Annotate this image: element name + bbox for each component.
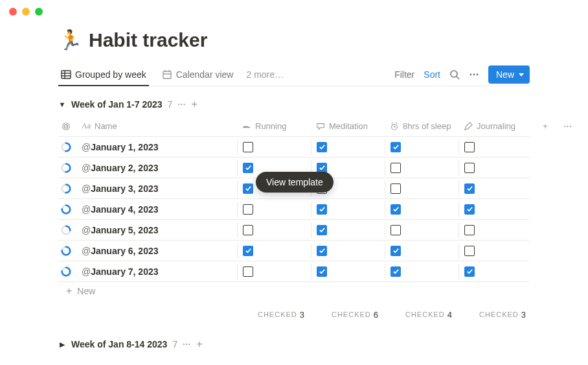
page-title: 🏃 Habit tracker [58, 29, 530, 51]
row-name[interactable]: @January 2, 2023 [76, 160, 237, 176]
checkbox[interactable] [464, 266, 475, 277]
checkbox[interactable] [390, 183, 401, 194]
view-tabs: Grouped by week Calendar view 2 more… Fi… [58, 63, 530, 86]
cell-journaling [458, 202, 532, 217]
sort-button[interactable]: Sort [424, 69, 440, 80]
row-name[interactable]: @January 3, 2023 [76, 181, 237, 196]
checkbox[interactable] [243, 246, 253, 256]
shoe-icon [242, 122, 251, 131]
checkbox[interactable] [390, 266, 401, 277]
cell-running [237, 222, 311, 238]
cell-journaling [458, 243, 532, 259]
window-traffic-lights [0, 0, 588, 21]
group-count: 7 [172, 339, 177, 349]
close-window-button[interactable] [9, 8, 17, 16]
tab-more-views[interactable]: 2 more… [246, 69, 284, 80]
cell-meditation [311, 139, 385, 155]
checkbox[interactable] [464, 183, 475, 194]
checkbox[interactable] [464, 204, 475, 215]
cell-journaling [458, 139, 532, 155]
pencil-icon [464, 122, 473, 131]
checkbox[interactable] [390, 204, 401, 215]
group-toggle[interactable]: ▶ [58, 340, 66, 349]
fullscreen-window-button[interactable] [35, 8, 43, 16]
column-running[interactable]: Running [237, 119, 311, 134]
group-title[interactable]: Week of Jan 8-14 2023 [71, 339, 167, 349]
table-header: Aa Name Running Meditation 8hrs of sleep… [58, 116, 530, 137]
checkbox[interactable] [390, 246, 401, 256]
checkbox[interactable] [243, 225, 253, 235]
minimize-window-button[interactable] [22, 8, 30, 16]
checkbox[interactable] [243, 266, 253, 277]
checkbox[interactable] [317, 246, 327, 256]
progress-ring-icon [61, 142, 71, 152]
table-row[interactable]: @January 6, 2023 [58, 241, 530, 261]
footer-sleep: CHECKED 4 [385, 307, 458, 322]
checkbox[interactable] [317, 142, 327, 152]
page-emoji[interactable]: 🏃 [58, 29, 82, 51]
checkbox[interactable] [317, 204, 327, 215]
column-sleep[interactable]: 8hrs of sleep [385, 119, 458, 134]
checkbox[interactable] [464, 163, 475, 173]
checkbox[interactable] [390, 225, 401, 235]
column-meditation[interactable]: Meditation [311, 119, 385, 134]
cell-sleep [385, 181, 458, 196]
group-more-icon[interactable]: ··· [183, 340, 191, 349]
table-row[interactable]: @January 1, 2023 [58, 137, 530, 158]
cell-meditation [311, 202, 385, 217]
add-column-button[interactable]: + [532, 119, 558, 134]
row-name[interactable]: @January 5, 2023 [76, 222, 237, 238]
column-name[interactable]: Aa Name [76, 119, 237, 134]
row-name[interactable]: @January 4, 2023 [76, 202, 237, 217]
new-button[interactable]: New [488, 65, 530, 84]
search-icon[interactable] [449, 69, 460, 80]
group-title[interactable]: Week of Jan 1-7 2023 [71, 99, 163, 110]
row-name[interactable]: @January 1, 2023 [76, 139, 237, 155]
tab-grouped-by-week[interactable]: Grouped by week [58, 63, 149, 86]
cell-sleep [385, 264, 458, 279]
checkbox[interactable] [243, 163, 253, 173]
table-row[interactable]: @January 4, 2023 [58, 199, 530, 220]
table-row[interactable]: @January 5, 2023 [58, 220, 530, 241]
column-journaling[interactable]: Journaling [458, 119, 532, 134]
group-toggle[interactable]: ▼ [58, 100, 66, 108]
row-name[interactable]: @January 7, 2023 [76, 264, 237, 279]
checkbox[interactable] [464, 246, 475, 256]
footer-meditation: CHECKED 6 [311, 307, 385, 322]
cell-sleep [385, 222, 458, 238]
svg-point-16 [65, 126, 66, 126]
checkbox[interactable] [464, 142, 475, 152]
view-template-button[interactable]: View template [256, 172, 334, 193]
tab-calendar-view[interactable]: Calendar view [159, 63, 236, 86]
cell-running [237, 202, 311, 217]
svg-rect-0 [62, 71, 71, 78]
checkbox[interactable] [243, 142, 253, 152]
checkbox[interactable] [243, 183, 253, 194]
svg-line-20 [392, 123, 393, 123]
svg-point-10 [470, 73, 472, 75]
checkbox[interactable] [390, 163, 401, 173]
more-icon[interactable] [469, 69, 479, 80]
group-add-icon[interactable]: + [191, 99, 197, 110]
checkbox[interactable] [243, 204, 253, 215]
group-count: 7 [168, 99, 173, 110]
checkbox[interactable] [317, 266, 327, 277]
group-more-icon[interactable]: ··· [177, 100, 186, 109]
filter-button[interactable]: Filter [394, 69, 414, 80]
cell-meditation [311, 243, 385, 259]
plus-icon: + [66, 286, 72, 296]
checkbox[interactable] [390, 142, 401, 152]
table-footer: CHECKED 3 CHECKED 6 CHECKED 4 CHECKED 3 [58, 304, 530, 325]
alarm-icon [390, 122, 399, 131]
checkbox[interactable] [464, 225, 475, 235]
cell-running [237, 264, 311, 279]
table-icon [61, 69, 71, 80]
row-name[interactable]: @January 6, 2023 [76, 243, 237, 259]
cell-running [237, 243, 311, 259]
group-add-icon[interactable]: + [196, 339, 202, 349]
checkbox[interactable] [317, 225, 327, 235]
new-row-button[interactable]: + New [58, 282, 530, 300]
table-row[interactable]: @January 7, 2023 [58, 261, 530, 282]
calendar-icon [162, 69, 172, 80]
column-options-icon[interactable]: ··· [558, 119, 578, 134]
